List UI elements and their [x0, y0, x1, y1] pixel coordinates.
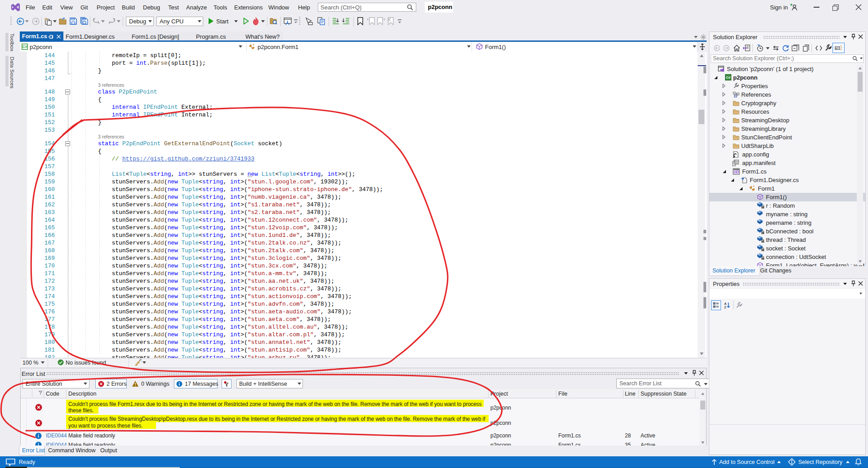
svg-text:C#: C#: [726, 76, 731, 80]
svg-text:C#: C#: [22, 45, 27, 49]
svg-text:Z: Z: [724, 305, 726, 309]
